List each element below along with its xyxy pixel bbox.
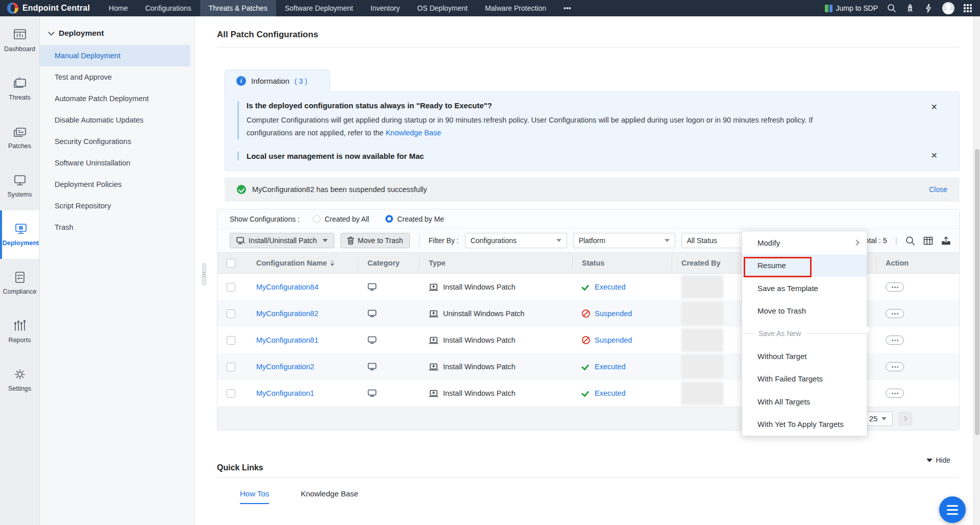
table-search-icon[interactable] [905,236,915,246]
row-actions-button[interactable] [886,362,904,371]
page-scrollbar[interactable] [973,16,980,525]
row-checkbox[interactable] [227,309,235,318]
sidebar-item-script-repository[interactable]: Script Repository [40,195,194,217]
search-icon[interactable] [887,4,896,13]
sidebar-item-software-uninstallation[interactable]: Software Uninstallation [40,152,194,174]
nav-overflow-button[interactable]: ••• [555,0,580,16]
row-actions-button[interactable] [886,282,904,292]
move-to-trash-button[interactable]: Move to Trash [340,233,410,248]
menu-item-with-all-targets[interactable]: With All Targets [742,390,867,413]
row-checkbox[interactable] [227,336,235,345]
nav-configurations[interactable]: Configurations [136,0,200,16]
menu-item-with-yet-to-apply-targets[interactable]: With Yet To Apply Targets [742,413,867,436]
floating-menu-button[interactable] [939,496,966,523]
rail-item-patches[interactable]: Patches [0,113,39,162]
nav-malware-protection[interactable]: Malware Protection [476,0,555,16]
sidebar-item-trash[interactable]: Trash [40,217,194,238]
row-actions-button[interactable] [886,389,904,398]
nav-home[interactable]: Home [100,0,136,16]
column-chooser-icon[interactable] [923,236,933,246]
menu-item-modify[interactable]: Modify [742,231,867,254]
scrollbar-thumb[interactable] [975,149,979,435]
nav-os-deployment[interactable]: OS Deployment [408,0,476,16]
filter-configurations-select[interactable]: Configurations [465,233,567,248]
sort-icon[interactable] [330,260,334,266]
knowledge-base-link[interactable]: Knowledge Base [385,129,441,137]
quick-links-title: Quick Links [217,463,960,472]
pagination-next-button[interactable] [899,412,912,425]
configuration-name-link[interactable]: MyConfiguration82 [256,309,318,318]
computer-category-icon [368,309,377,318]
sidebar-item-deployment-policies[interactable]: Deployment Policies [40,174,194,195]
sidebar-section-header[interactable]: Deployment [40,16,194,45]
sidebar-item-disable-automatic-updates[interactable]: Disable Automatic Updates [40,109,194,131]
page-size-select[interactable]: 25 [863,412,893,426]
header-configuration-name[interactable]: Configuration Name [247,256,358,270]
configuration-name-link[interactable]: MyConfiguration2 [256,363,314,371]
status-cell[interactable]: Executed [582,389,625,397]
radio-created-by-me[interactable] [385,215,393,223]
sidebar-item-manual-deployment[interactable]: Manual Deployment [40,45,190,66]
row-actions-button[interactable] [886,336,904,345]
success-check-icon [237,185,246,194]
filter-platform-select[interactable]: Platform [573,233,675,248]
nav-software-deployment[interactable]: Software Deployment [276,0,362,16]
computer-category-icon [368,389,377,397]
apps-grid-icon[interactable] [964,4,972,12]
rail-item-reports[interactable]: Reports [0,307,39,356]
menu-item-without-target[interactable]: Without Target [742,345,867,368]
information-tab[interactable]: i Information ( 3 ) [225,69,330,92]
status-icon [582,363,590,371]
rail-item-deployment[interactable]: Deployment [0,210,39,259]
rocket-icon[interactable] [905,4,915,13]
status-icon [582,336,590,344]
nav-threats-patches[interactable]: Threats & Patches [200,0,276,16]
divider [419,234,420,247]
close-icon[interactable]: ✕ [931,151,938,160]
header-status: Status [573,256,672,270]
install-uninstall-patch-button[interactable]: Install/Uninstall Patch [230,233,334,248]
hide-quick-links[interactable]: Hide [926,456,950,464]
sidebar-item-automate-patch-deployment[interactable]: Automate Patch Deployment [40,88,194,109]
configuration-name-link[interactable]: MyConfiguration81 [256,336,318,344]
status-cell[interactable]: Executed [582,283,625,291]
menu-item-save-as-template[interactable]: Save as Template [742,277,867,300]
jump-to-sdp-button[interactable]: Jump to SDP [825,4,878,12]
banner-close-link[interactable]: Close [929,185,947,194]
radio-created-by-all[interactable] [313,215,321,223]
sidebar-splitter-handle[interactable] [202,263,206,285]
row-checkbox[interactable] [227,389,235,398]
configuration-name-link[interactable]: MyConfiguration1 [256,389,314,397]
configuration-name-link[interactable]: MyConfiguration84 [256,283,318,291]
user-avatar[interactable] [942,2,954,14]
rail-item-settings[interactable]: Settings [0,356,39,404]
success-banner: MyConfiguration82 has been suspended suc… [225,177,960,202]
close-icon[interactable]: ✕ [931,102,938,112]
rail-item-compliance[interactable]: Compliance [0,259,39,307]
how-tos-link[interactable]: How Tos [240,489,269,504]
menu-item-with-failed-targets[interactable]: With Failed Targets [742,368,867,391]
rail-item-dashboard[interactable]: Dashboard [0,16,39,65]
rail-item-threats[interactable]: Threats [0,65,39,113]
status-icon [582,309,590,318]
computer-category-icon [368,283,377,291]
lightning-icon[interactable] [924,4,933,13]
status-cell[interactable]: Suspended [582,336,632,344]
brand[interactable]: Endpoint Central [0,3,100,14]
row-checkbox[interactable] [227,363,235,371]
sidebar-item-test-and-approve[interactable]: Test and Approve [40,66,194,88]
knowledge-base-tab[interactable]: Knowledge Base [301,489,358,504]
menu-item-move-to-trash[interactable]: Move to Trash [742,300,867,323]
menu-item-resume[interactable]: Resume [742,254,867,277]
export-icon[interactable] [941,236,951,246]
row-checkbox[interactable] [227,283,235,292]
sidebar-item-security-configurations[interactable]: Security Configurations [40,131,194,152]
status-cell[interactable]: Executed [582,363,625,371]
row-actions-button[interactable] [886,309,904,318]
status-cell[interactable]: Suspended [582,309,632,318]
select-all-checkbox[interactable] [227,259,235,268]
primary-nav: Home Configurations Threats & Patches So… [100,0,580,16]
rail-item-systems[interactable]: Systems [0,162,39,210]
nav-inventory[interactable]: Inventory [362,0,409,16]
header-type: Type [420,256,573,270]
